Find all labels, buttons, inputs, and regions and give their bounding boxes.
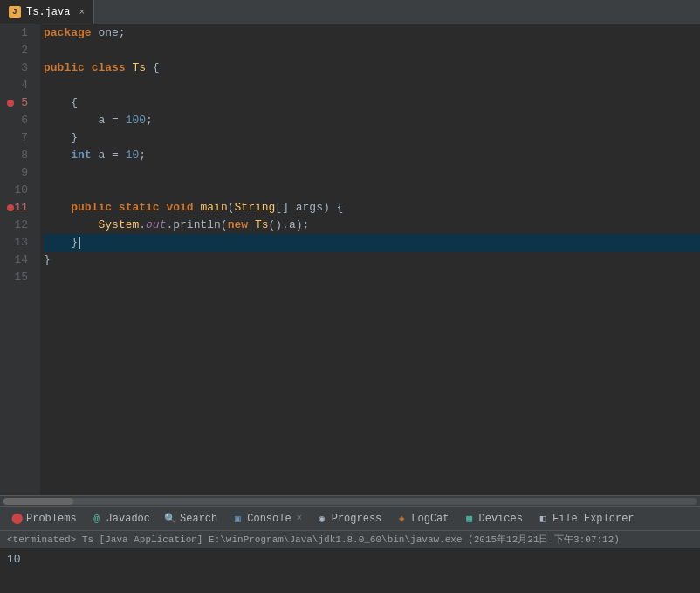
token-plain — [112, 199, 119, 217]
btab-logcat[interactable]: ◈LogCat — [388, 507, 456, 530]
fileexplorer-icon: ◧ — [537, 513, 549, 525]
token-plain: a = — [44, 112, 126, 129]
console-close[interactable]: × — [297, 514, 302, 523]
gutter-breakpoint — [0, 24, 7, 495]
console-label: Console — [247, 513, 291, 525]
line-number-6: 6 — [7, 112, 33, 129]
token-number: 10 — [126, 147, 140, 164]
token-kw-class: class — [92, 59, 126, 77]
line-number-14: 14 — [7, 252, 33, 269]
output-line: 10 — [7, 551, 693, 569]
line-number-13: 13 — [7, 234, 33, 252]
editor-container: 123456789101112131415 package one; publi… — [0, 24, 700, 593]
code-line-9 — [44, 164, 700, 182]
token-kw-public: public — [44, 59, 85, 77]
btab-javadoc[interactable]: @Javadoc — [84, 507, 157, 530]
problems-label: Problems — [26, 513, 77, 525]
token-plain — [44, 199, 71, 217]
token-plain: } — [44, 234, 78, 252]
token-kw-public: public — [71, 199, 112, 217]
token-plain — [126, 59, 133, 77]
code-line-4 — [44, 77, 700, 94]
line-number-5: 5 — [7, 94, 33, 112]
console-output[interactable]: 10 — [0, 548, 700, 593]
token-plain: a = — [92, 147, 126, 164]
line-number-7: 7 — [7, 129, 33, 147]
code-line-6: a = 100; — [44, 112, 700, 129]
status-text: <terminated> Ts [Java Application] E:\wi… — [7, 533, 620, 546]
line-numbers: 123456789101112131415 — [7, 24, 40, 495]
code-line-14: } — [44, 252, 700, 269]
token-plain: ; — [139, 147, 146, 164]
line-number-12: 12 — [7, 217, 33, 234]
tab-bar: J Ts.java × — [0, 0, 700, 24]
line-number-11: 11 — [7, 199, 33, 217]
editor-main: 123456789101112131415 package one; publi… — [0, 24, 700, 495]
java-file-icon: J — [9, 6, 21, 18]
token-kw-void: void — [166, 199, 193, 217]
scrollbar-thumb[interactable] — [3, 498, 73, 505]
javadoc-label: Javadoc — [106, 513, 150, 525]
code-line-8: int a = 10; — [44, 147, 700, 164]
tab-ts-java[interactable]: J Ts.java × — [0, 0, 94, 24]
code-line-11: public static void main(String[] args) { — [44, 199, 700, 217]
bottom-tabs-bar: ⬤Problems@Javadoc🔍Search▣Console×◉Progre… — [0, 506, 700, 530]
token-plain: ( — [228, 199, 235, 217]
code-area[interactable]: package one; public class Ts { { a = 100… — [40, 24, 700, 495]
code-line-12: System.out.println(new Ts().a); — [44, 217, 700, 234]
search-icon: 🔍 — [164, 513, 176, 525]
token-plain: ().a); — [269, 217, 310, 234]
token-plain: . — [139, 217, 146, 234]
code-line-2 — [44, 42, 700, 59]
horizontal-scrollbar[interactable] — [0, 495, 700, 506]
scrollbar-track[interactable] — [3, 498, 697, 505]
token-method-name: main — [201, 199, 228, 217]
devices-icon: ▦ — [463, 513, 476, 525]
code-line-1: package one; — [44, 24, 700, 42]
btab-devices[interactable]: ▦Devices — [456, 507, 530, 530]
line-number-10: 10 — [7, 182, 33, 199]
btab-search[interactable]: 🔍Search — [157, 507, 224, 530]
line-number-2: 2 — [7, 42, 33, 59]
tab-close-button[interactable]: × — [79, 7, 85, 17]
breakpoint-dot — [7, 204, 14, 211]
search-label: Search — [180, 513, 217, 525]
token-plain: } — [44, 252, 51, 269]
token-plain — [194, 199, 201, 217]
btab-console[interactable]: ▣Console× — [224, 507, 308, 530]
breakpoint-dot — [7, 100, 14, 107]
token-plain: .println( — [166, 217, 227, 234]
token-plain — [248, 217, 255, 234]
token-class-name: Ts — [132, 59, 146, 77]
token-class-name: Ts — [255, 217, 269, 234]
status-bar: <terminated> Ts [Java Application] E:\wi… — [0, 530, 700, 548]
token-number: 100 — [126, 112, 146, 129]
token-plain — [160, 199, 167, 217]
token-plain — [44, 147, 71, 164]
tab-filename: Ts.java — [26, 6, 70, 18]
token-plain — [44, 217, 98, 234]
token-plain: } — [44, 129, 78, 147]
line-number-15: 15 — [7, 269, 33, 286]
code-line-15 — [44, 269, 700, 286]
btab-progress[interactable]: ◉Progress — [309, 507, 389, 530]
progress-icon: ◉ — [316, 513, 328, 525]
token-plain — [85, 59, 92, 77]
devices-label: Devices — [479, 513, 523, 525]
token-class-name: String — [235, 199, 276, 217]
token-kw-new: new — [228, 217, 248, 234]
token-kw-package: package — [44, 24, 92, 42]
btab-fileexplorer[interactable]: ◧File Explorer — [530, 507, 642, 530]
btab-problems[interactable]: ⬤Problems — [3, 507, 84, 530]
line-number-3: 3 — [7, 59, 33, 77]
line-number-9: 9 — [7, 164, 33, 182]
token-plain: { — [44, 94, 78, 112]
bottom-panel: ⬤Problems@Javadoc🔍Search▣Console×◉Progre… — [0, 506, 700, 593]
progress-label: Progress — [332, 513, 382, 525]
code-line-5: { — [44, 94, 700, 112]
token-kw-int: int — [71, 147, 91, 164]
logcat-icon: ◈ — [395, 513, 408, 525]
code-line-10 — [44, 182, 700, 199]
line-number-4: 4 — [7, 77, 33, 94]
line-number-8: 8 — [7, 147, 33, 164]
